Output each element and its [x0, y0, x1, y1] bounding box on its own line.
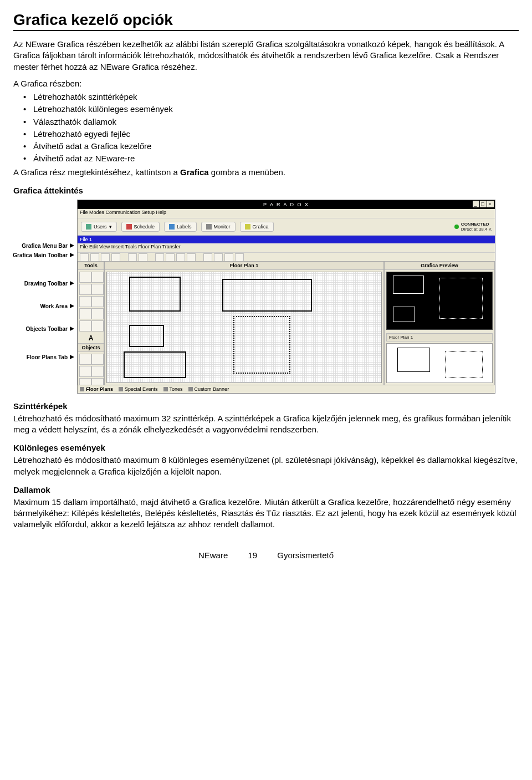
tool-button[interactable]	[79, 320, 91, 332]
grafica-preview-panel: Grafica Preview Floor Plan 1	[384, 261, 495, 385]
tool-button[interactable]	[79, 272, 91, 283]
label-main-toolbar: Grafica Main Toolbar	[13, 252, 68, 258]
users-icon	[86, 224, 91, 230]
floor-plan-panel: Floor Plan 1	[104, 261, 384, 385]
floor-plans-icon	[80, 387, 84, 391]
schedule-label: Schedule	[134, 224, 155, 230]
after-list-paragraph: A Grafica rész megtekintéséhez, kattints…	[13, 167, 519, 178]
tab-custom-banner[interactable]: Custom Banner	[188, 386, 229, 392]
preview-item-label[interactable]: Floor Plan 1	[386, 333, 493, 341]
tab-floor-plans[interactable]: Floor Plans	[80, 386, 113, 392]
after-list-post: gombra a menüben.	[209, 167, 285, 177]
section-kulonleges-title: Különleges események	[13, 443, 519, 452]
bottom-tabs: Floor Plans Special Events Tones Custom …	[78, 385, 495, 393]
arrow-icon	[70, 281, 74, 286]
callout-labels: Grafica Menu Bar Grafica Main Toolbar Dr…	[13, 233, 74, 360]
arrow-icon	[70, 243, 74, 248]
labels-label: Labels	[177, 224, 192, 230]
grafica-button[interactable]: Grafica	[240, 222, 274, 232]
users-label: Users	[94, 224, 107, 230]
section-szintterkepek-title: Szinttérképek	[13, 401, 519, 411]
tool-button[interactable]	[79, 296, 91, 307]
list-item: Létrehozható egyedi fejléc	[33, 129, 519, 140]
tool-button[interactable]	[91, 320, 104, 332]
label-menu-bar: Grafica Menu Bar	[22, 243, 68, 249]
preview-canvas-light	[386, 343, 493, 383]
monitor-label: Monitor	[214, 224, 231, 230]
status-connected: CONNECTED	[461, 222, 492, 227]
labels-button[interactable]: Labels	[164, 222, 197, 232]
arrow-icon	[70, 304, 74, 308]
users-button[interactable]: Users▾	[81, 222, 117, 232]
section-dallamok-title: Dallamok	[13, 485, 519, 494]
list-item: Létrehozhatók különleges események	[33, 104, 519, 115]
chevron-down-icon: ▾	[109, 224, 112, 230]
floor-plan-title: Floor Plan 1	[105, 262, 383, 270]
list-item: Átvihető adat a Grafica kezelőre	[33, 141, 519, 152]
connected-dot-icon	[454, 225, 459, 229]
tab-special-events[interactable]: Special Events	[119, 386, 158, 392]
arrow-icon	[70, 355, 74, 359]
letter-a: A	[78, 333, 104, 343]
tab-label: Special Events	[125, 386, 158, 392]
schedule-icon	[126, 224, 132, 230]
arrow-icon	[70, 327, 74, 331]
monitor-icon	[206, 224, 212, 230]
tool-button[interactable]	[91, 284, 104, 295]
status-rate: Direct at 38.4 K	[461, 227, 492, 232]
window-titlebar: P A R A D O X _ □ ×	[78, 200, 495, 209]
object-button[interactable]	[91, 366, 104, 377]
tab-tones[interactable]: Tones	[163, 386, 183, 392]
preview-canvas-dark	[386, 272, 493, 330]
tools-title: Tools	[78, 262, 104, 270]
object-button[interactable]	[91, 354, 104, 365]
arrow-icon	[70, 253, 74, 257]
grafica-menu-bar[interactable]: File Edit View Insert Tools Floor Plan T…	[78, 243, 495, 253]
neware-window: P A R A D O X _ □ × File Modes Communica…	[77, 200, 495, 394]
tool-button[interactable]	[79, 308, 91, 319]
title-rule	[13, 30, 519, 31]
connection-status: CONNECTED Direct at 38.4 K	[454, 222, 492, 232]
footer-product: NEware	[198, 550, 228, 560]
footer-page: 19	[248, 550, 257, 560]
list-item: Választhatók dallamok	[33, 116, 519, 128]
list-item: Átvihető adat az NEware-re	[33, 153, 519, 164]
page-title: Grafica kezelő opciók	[13, 11, 519, 29]
window-controls: _ □ ×	[473, 201, 494, 207]
file-tab-bar[interactable]: File 1	[78, 236, 495, 243]
special-events-icon	[119, 387, 123, 391]
tools-panel: Tools A Objects	[78, 261, 104, 385]
work-area: Tools A Objects Floor Plan 1	[78, 261, 495, 385]
grafica-label: Grafica	[253, 224, 269, 230]
objects-title: Objects	[78, 343, 104, 352]
tool-button[interactable]	[91, 272, 104, 283]
tab-label: Tones	[170, 386, 183, 392]
app-menu[interactable]: File Modes Communication Setup Help	[78, 209, 495, 218]
label-objects-toolbar: Objects Toolbar	[26, 326, 68, 332]
footer-doc: Gyorsismertető	[277, 550, 334, 560]
section-kulonleges-body: Létrehozható és módosítható maximum 8 kü…	[13, 455, 519, 477]
feature-list: Létrehozhatók szinttérképek Létrehozható…	[33, 91, 519, 165]
object-button[interactable]	[79, 354, 91, 365]
maximize-button[interactable]: □	[480, 201, 487, 207]
label-drawing-toolbar: Drawing Toolbar	[24, 281, 68, 287]
brand-text: P A R A D O X	[263, 202, 309, 207]
page-footer: NEware 19 Gyorsismertető	[13, 550, 519, 560]
close-button[interactable]: ×	[487, 201, 494, 207]
monitor-button[interactable]: Monitor	[201, 222, 236, 232]
tool-button[interactable]	[91, 296, 104, 307]
tab-label: Floor Plans	[86, 386, 113, 392]
tones-icon	[163, 387, 168, 391]
schedule-button[interactable]: Schedule	[121, 222, 160, 232]
tool-button[interactable]	[91, 308, 104, 319]
after-list-pre: A Grafica rész megtekintéséhez, kattints…	[13, 167, 180, 177]
floor-plan-canvas[interactable]	[106, 272, 382, 383]
tool-button[interactable]	[79, 284, 91, 295]
section-dallamok-body: Maximum 15 dallam importálható, majd átv…	[13, 497, 519, 531]
object-button[interactable]	[79, 366, 91, 377]
app-screenshot: Grafica Menu Bar Grafica Main Toolbar Dr…	[13, 200, 495, 394]
intro-paragraph: Az NEware Grafica részében kezelhetők az…	[13, 39, 519, 73]
overview-heading: Grafica áttekintés	[13, 186, 519, 195]
minimize-button[interactable]: _	[473, 201, 479, 207]
list-item: Létrehozhatók szinttérképek	[33, 91, 519, 103]
